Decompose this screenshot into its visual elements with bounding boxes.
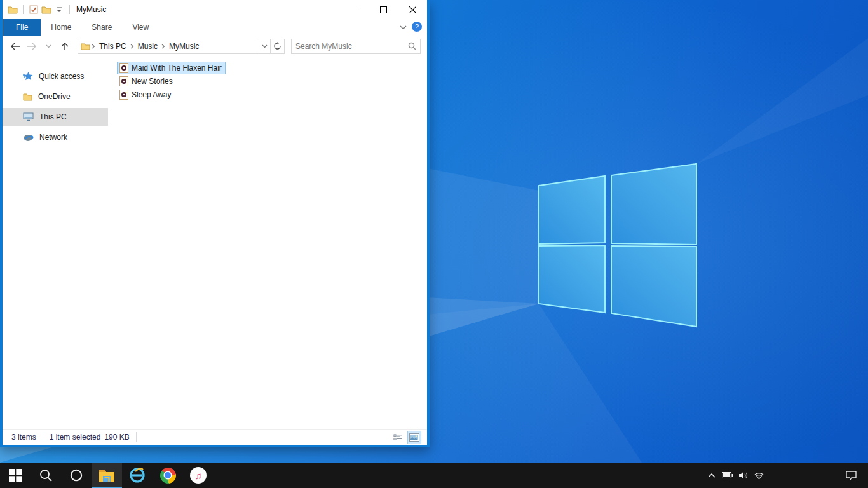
tab-home[interactable]: Home [41, 19, 81, 36]
search-box[interactable] [291, 39, 421, 54]
taskbar-file-explorer-button[interactable] [92, 463, 122, 488]
start-button[interactable] [0, 463, 31, 488]
address-bar[interactable]: This PC Music MyMusic [78, 39, 285, 54]
system-tray [703, 463, 868, 488]
audio-file-icon [119, 76, 128, 86]
taskbar-internet-explorer-button[interactable] [122, 463, 153, 488]
tab-view[interactable]: View [122, 19, 159, 36]
properties-check-icon[interactable] [27, 3, 40, 17]
help-icon[interactable]: ? [412, 22, 422, 34]
thumbnail-view-icon[interactable] [408, 431, 421, 444]
sidebar-item-onedrive[interactable]: OneDrive [3, 88, 108, 105]
sidebar-item-quick-access[interactable]: Quick access [3, 67, 108, 85]
search-icon [39, 469, 52, 482]
file-row-selected[interactable]: Maid With The Flaxen Hair [117, 62, 226, 74]
taskbar: ♫ [0, 463, 868, 488]
windows-logo [539, 164, 696, 327]
maximize-button[interactable] [369, 0, 398, 19]
audio-file-icon [119, 90, 128, 100]
wifi-icon[interactable] [751, 463, 767, 488]
itunes-icon: ♫ [190, 467, 207, 484]
address-dropdown-chevron-icon[interactable] [259, 39, 270, 53]
system-folder-icon[interactable] [6, 3, 19, 17]
breadcrumb-mymusic[interactable]: MyMusic [166, 41, 201, 52]
windows-start-icon [9, 469, 22, 482]
breadcrumb-music[interactable]: Music [135, 41, 160, 52]
refresh-icon[interactable] [270, 39, 284, 53]
status-bar: 3 items 1 item selected 190 KB [3, 429, 427, 445]
new-folder-icon[interactable] [40, 3, 53, 17]
recent-chevron-icon[interactable] [41, 39, 56, 54]
sidebar-item-network[interactable]: Network [3, 128, 108, 146]
address-folder-icon [81, 43, 90, 50]
divider [43, 432, 43, 442]
up-icon[interactable] [57, 39, 72, 54]
search-input[interactable] [295, 42, 408, 51]
tab-share[interactable]: Share [81, 19, 122, 36]
navigation-pane: Quick access OneDrive This PC [3, 56, 108, 429]
volume-icon[interactable] [735, 463, 751, 488]
battery-icon[interactable] [719, 463, 735, 488]
window-title: MyMusic [76, 5, 106, 14]
minimize-button[interactable] [339, 0, 369, 19]
file-list: Maid With The Flaxen Hair New Stories [108, 56, 427, 429]
internet-explorer-icon [129, 467, 146, 484]
qat-dropdown-icon[interactable] [53, 3, 65, 17]
cortana-circle-icon [70, 469, 83, 482]
close-button[interactable] [398, 0, 427, 19]
action-center-icon[interactable] [838, 463, 864, 488]
tray-expand-chevron-icon[interactable] [703, 463, 719, 488]
taskbar-search-button[interactable] [31, 463, 61, 488]
network-icon [23, 133, 34, 142]
quick-access-star-icon [23, 72, 33, 81]
status-selection: 1 item selected [50, 433, 101, 442]
taskbar-itunes-button[interactable]: ♫ [183, 463, 214, 488]
breadcrumb-chevron-icon [161, 44, 165, 49]
magnifier-icon[interactable] [408, 42, 416, 50]
breadcrumb-chevron-icon [92, 44, 95, 49]
details-view-icon[interactable] [391, 431, 404, 444]
divider [136, 432, 137, 442]
audio-file-icon [119, 63, 128, 73]
onedrive-folder-icon [23, 92, 32, 101]
file-row[interactable]: Sleep Away [117, 88, 175, 101]
navigation-bar: This PC Music MyMusic [3, 36, 427, 56]
back-icon[interactable] [8, 39, 23, 54]
title-bar: MyMusic [3, 0, 427, 19]
forward-icon[interactable] [24, 39, 39, 54]
show-desktop-button[interactable] [864, 463, 868, 488]
chrome-icon [160, 468, 176, 484]
cortana-button[interactable] [61, 463, 92, 488]
svg-text:?: ? [415, 23, 419, 30]
file-explorer-window: MyMusic File Home Share View ? [0, 0, 430, 447]
status-selection-size: 190 KB [104, 433, 129, 442]
status-item-count: 3 items [11, 433, 36, 442]
taskbar-chrome-button[interactable] [153, 463, 183, 488]
monitor-icon [23, 112, 34, 121]
collapse-ribbon-chevron-icon[interactable] [400, 23, 407, 32]
sidebar-item-this-pc[interactable]: This PC [3, 108, 108, 126]
file-row[interactable]: New Stories [117, 75, 177, 88]
divider [69, 5, 70, 14]
tab-file[interactable]: File [3, 19, 41, 36]
breadcrumb-chevron-icon [130, 44, 134, 49]
file-explorer-icon [98, 468, 115, 482]
divider [23, 5, 24, 14]
ribbon-tabs: File Home Share View ? [3, 19, 427, 36]
breadcrumb-this-pc[interactable]: This PC [97, 41, 129, 52]
